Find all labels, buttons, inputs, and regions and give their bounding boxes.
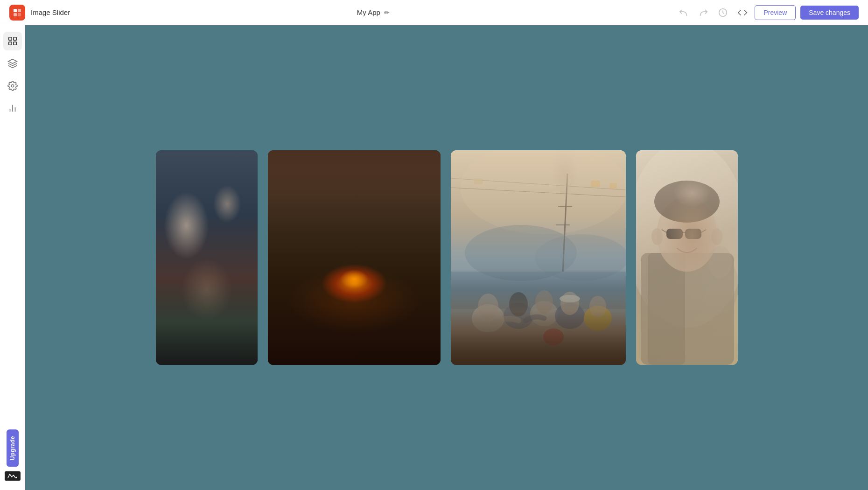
header-right: Preview Save changes	[676, 5, 859, 20]
svg-line-56	[451, 188, 626, 197]
svg-rect-46	[282, 293, 305, 311]
svg-point-52	[535, 234, 626, 281]
svg-point-68	[555, 303, 585, 329]
svg-point-50	[460, 150, 626, 234]
sidebar: Upgrade	[0, 25, 25, 490]
sidebar-item-settings[interactable]	[3, 77, 22, 95]
svg-point-18	[192, 227, 222, 269]
svg-rect-8	[13, 42, 16, 45]
slide-svg-1	[156, 150, 258, 365]
slide-image-4	[636, 150, 738, 365]
slide-svg-3	[451, 150, 626, 365]
svg-rect-14	[156, 150, 258, 365]
svg-rect-76	[641, 253, 734, 365]
svg-point-34	[280, 281, 312, 309]
svg-point-64	[504, 303, 533, 329]
header: Image Slider My App ✏ Preview Save chang…	[0, 0, 868, 25]
app-logo	[9, 5, 25, 21]
svg-point-51	[465, 225, 577, 281]
app-name-label: Image Slider	[31, 8, 70, 16]
svg-point-63	[478, 294, 498, 320]
sidebar-item-analytics[interactable]	[3, 99, 22, 118]
slide-image-3	[451, 150, 626, 365]
svg-point-9	[11, 84, 14, 87]
svg-point-43	[346, 257, 362, 275]
svg-point-67	[535, 290, 553, 314]
svg-rect-47	[338, 276, 357, 293]
svg-rect-49	[451, 150, 626, 365]
svg-point-24	[203, 350, 220, 357]
app-title-text: My App	[357, 8, 380, 16]
svg-rect-3	[18, 13, 21, 16]
history-button[interactable]	[715, 5, 730, 20]
svg-point-42	[341, 264, 367, 288]
svg-point-13	[15, 477, 17, 478]
preview-button[interactable]: Preview	[755, 5, 796, 20]
svg-rect-80	[685, 229, 701, 239]
svg-rect-29	[268, 150, 441, 244]
svg-point-16	[203, 185, 231, 227]
svg-rect-74	[636, 150, 738, 365]
svg-rect-79	[666, 229, 683, 239]
svg-rect-60	[474, 178, 483, 184]
svg-point-15	[177, 192, 210, 239]
edit-title-icon[interactable]: ✏	[384, 9, 390, 16]
svg-point-32	[336, 294, 373, 305]
svg-point-36	[305, 273, 333, 299]
svg-point-38	[379, 274, 409, 302]
svg-rect-5	[8, 37, 11, 40]
svg-rect-2	[14, 13, 17, 16]
svg-point-41	[409, 272, 426, 292]
sidebar-item-dashboard[interactable]	[3, 32, 22, 50]
svg-point-72	[589, 296, 606, 317]
svg-line-82	[662, 230, 666, 232]
svg-point-85	[651, 228, 663, 245]
main-layout: Upgrade	[0, 25, 868, 490]
svg-rect-1	[18, 9, 21, 12]
redo-button[interactable]	[696, 5, 711, 20]
sidebar-item-widgets[interactable]	[3, 54, 22, 73]
code-view-button[interactable]	[735, 5, 750, 20]
svg-rect-28	[268, 150, 441, 365]
svg-rect-48	[268, 328, 441, 365]
svg-point-84	[654, 181, 720, 223]
upgrade-button[interactable]: Upgrade	[7, 429, 19, 467]
slide-item-1[interactable]	[156, 150, 258, 365]
slide-image-2	[268, 150, 441, 365]
svg-point-73	[543, 329, 564, 345]
svg-point-87	[701, 258, 738, 314]
svg-rect-30	[268, 150, 441, 206]
svg-line-83	[701, 230, 706, 232]
slide-svg-4	[636, 150, 738, 365]
slide-image-1	[156, 150, 258, 365]
header-left: Image Slider	[9, 5, 70, 21]
sidebar-bottom: Upgrade	[5, 429, 21, 481]
svg-rect-61	[451, 272, 626, 309]
slide-item-3[interactable]	[451, 150, 626, 365]
image-slider	[44, 150, 849, 365]
svg-point-88	[708, 246, 732, 279]
undo-button[interactable]	[676, 5, 691, 20]
bottom-logo	[5, 471, 21, 481]
svg-rect-6	[13, 37, 16, 40]
svg-rect-77	[648, 253, 685, 365]
header-center: My App ✏	[357, 8, 390, 16]
svg-point-45	[347, 255, 362, 262]
save-changes-button[interactable]: Save changes	[800, 6, 859, 20]
canvas-area	[25, 25, 868, 490]
svg-point-78	[657, 197, 717, 272]
svg-point-37	[311, 264, 328, 284]
svg-point-31	[308, 267, 401, 314]
svg-rect-59	[609, 183, 617, 189]
svg-point-44	[311, 262, 328, 270]
svg-point-65	[509, 292, 528, 316]
svg-point-66	[530, 301, 558, 326]
svg-rect-58	[591, 181, 600, 187]
svg-point-75	[636, 150, 738, 328]
svg-point-26	[213, 176, 230, 199]
slide-item-4[interactable]	[636, 150, 738, 365]
svg-rect-33	[268, 150, 441, 365]
slide-item-2[interactable]	[268, 150, 441, 365]
svg-point-35	[287, 269, 305, 293]
svg-point-86	[711, 228, 722, 245]
